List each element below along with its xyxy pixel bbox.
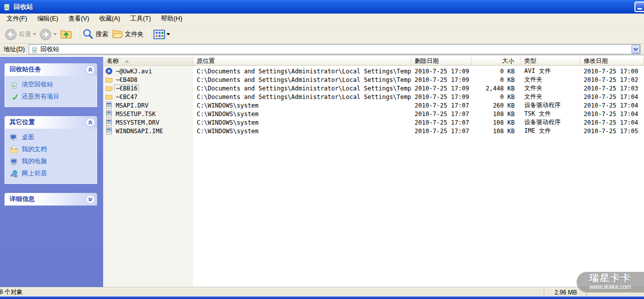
cell-modified: 2010-7-25 17:03 [580, 85, 644, 92]
cell-size: 0 KB [471, 76, 521, 83]
watermark-url: www.ikaka.com [577, 284, 644, 290]
cell-size: 2,448 KB [471, 85, 521, 92]
task-label: 还原所有项目 [22, 92, 59, 101]
column-header-1[interactable]: 原位置 [193, 57, 411, 66]
menu-item-0[interactable]: 文件(F) [2, 14, 32, 24]
list-row[interactable]: ~€B4D8C:\Documents and Settings\Administ… [103, 75, 644, 84]
cell-name: MSSYSTEM.DRV [103, 119, 193, 126]
column-header-2[interactable]: 删除日期 [411, 57, 471, 66]
forward-button[interactable] [38, 26, 58, 43]
cell-name: ~€BC47 [103, 93, 193, 101]
menu-item-5[interactable]: 帮助(H) [156, 14, 187, 24]
list-row[interactable]: WINDNSAPI.IMEC:\WINDOWS\system2010-7-25 … [103, 127, 644, 135]
cell-deleted: 2010-7-25 17:07 [411, 102, 471, 109]
cell-type: TSK 文件 [521, 110, 580, 118]
toolbar-separator [148, 27, 149, 41]
cell-size: 108 KB [471, 128, 521, 135]
views-dropdown-caret-icon[interactable] [167, 33, 170, 36]
system-file-icon [105, 119, 113, 126]
file-name: MSSETUP.TSK [115, 111, 156, 118]
list-row[interactable]: ~€BC47C:\Documents and Settings\Administ… [103, 92, 644, 101]
task-label: 我的电脑 [22, 157, 47, 166]
sidebar-item-清空回收站[interactable]: 清空回收站 [10, 80, 95, 89]
folders-icon [111, 28, 123, 40]
back-button[interactable]: 后退 [3, 26, 38, 43]
column-header-4[interactable]: 类型 [521, 57, 580, 66]
address-dropdown-button[interactable] [631, 45, 640, 54]
cell-name: WINDNSAPI.IME [103, 127, 193, 135]
folders-label: 文件夹 [125, 30, 144, 39]
panel-header-recycle-bin-tasks[interactable]: 回收站任务 [5, 63, 97, 76]
list-row[interactable]: MSSETUP.TSKC:\WINDOWS\system2010-7-25 17… [103, 110, 644, 118]
column-header-label: 大小 [502, 57, 514, 65]
sidebar-item-我的文档[interactable]: 我的文档 [10, 145, 95, 154]
column-header-label: 类型 [524, 57, 536, 65]
toolbar-separator [77, 27, 77, 41]
up-button[interactable] [58, 26, 74, 43]
cell-type: 设备驱动程序 [521, 101, 580, 110]
minimize-icon [637, 8, 642, 10]
column-header-5[interactable]: 修改日期 [580, 57, 644, 66]
column-header-label: 删除日期 [415, 57, 439, 65]
column-header-label: 原位置 [197, 57, 215, 65]
cell-deleted: 2010-7-25 17:07 [411, 128, 471, 135]
views-button[interactable] [152, 26, 172, 43]
file-name: WINDNSAPI.IME [115, 128, 164, 135]
forward-icon [39, 28, 52, 41]
menu-item-3[interactable]: 收藏(A) [94, 14, 125, 24]
empty-recycle-bin-icon [10, 81, 18, 89]
cell-name: ~€BB16 [103, 84, 193, 92]
address-value: 回收站 [40, 45, 631, 54]
file-name: ~€BB16 [115, 85, 138, 92]
address-combo[interactable]: 回收站 [29, 44, 640, 54]
system-file-icon [105, 127, 113, 135]
sort-ascending-icon [125, 60, 129, 63]
menu-item-4[interactable]: 工具(T) [125, 14, 156, 24]
cell-deleted: 2010-7-25 17:07 [411, 111, 471, 118]
forward-dropdown-caret-icon[interactable] [53, 33, 57, 36]
chevron-down-icon[interactable] [86, 194, 95, 204]
sidebar-item-我的电脑[interactable]: 我的电脑 [10, 157, 95, 166]
cell-name: ~@UwKJ.avi [103, 67, 193, 75]
menu-item-2[interactable]: 查看(V) [63, 14, 95, 24]
chevron-up-icon[interactable] [86, 65, 95, 74]
restore-items-icon [10, 93, 18, 101]
cell-location: C:\WINDOWS\system [193, 119, 411, 126]
window-title: 回收站 [14, 3, 33, 12]
list-row[interactable]: MSAPI.DRVC:\WINDOWS\system2010-7-25 17:0… [103, 101, 644, 110]
column-header-3[interactable]: 大小 [471, 57, 521, 66]
panel-header-other-places[interactable]: 其它位置 [5, 116, 97, 129]
chevron-up-icon[interactable] [86, 118, 95, 127]
column-header-0[interactable]: 名称 [103, 57, 193, 66]
panel-body-other-places: 桌面我的文档我的电脑网上邻居 [5, 129, 97, 184]
cell-deleted: 2010-7-25 17:09 [411, 85, 471, 92]
panel-title: 回收站任务 [10, 65, 86, 74]
file-name: MSSYSTEM.DRV [115, 119, 160, 126]
sidebar-item-桌面[interactable]: 桌面 [10, 133, 95, 142]
folders-button[interactable]: 文件夹 [110, 26, 145, 43]
back-label: 后退 [19, 30, 31, 39]
media-file-icon [105, 67, 113, 75]
list-row[interactable]: ~@UwKJ.aviC:\Documents and Settings\Admi… [103, 67, 644, 75]
sidebar-item-还原所有项目[interactable]: 还原所有项目 [10, 92, 95, 101]
back-icon [5, 28, 17, 41]
menu-item-1[interactable]: 编辑(E) [32, 14, 63, 24]
cell-modified: 2010-7-25 17:04 [580, 111, 644, 118]
cell-deleted: 2010-7-25 17:07 [411, 119, 471, 126]
cell-modified: 2010-7-25 17:05 [580, 128, 644, 135]
cell-location: C:\WINDOWS\system [193, 111, 411, 118]
minimize-button[interactable] [634, 2, 644, 12]
column-header-label: 名称 [107, 57, 119, 65]
sidebar: 回收站任务清空回收站还原所有项目其它位置桌面我的文档我的电脑网上邻居详细信息 [0, 57, 103, 287]
list-body: ~@UwKJ.aviC:\Documents and Settings\Admi… [103, 66, 644, 135]
list-row[interactable]: MSSYSTEM.DRVC:\WINDOWS\system2010-7-25 1… [103, 118, 644, 127]
file-name: ~€B4D8 [115, 76, 138, 83]
cell-size: 260 KB [471, 102, 521, 109]
back-dropdown-caret-icon[interactable] [33, 33, 36, 36]
list-row[interactable]: ~€BB16C:\Documents and Settings\Administ… [103, 84, 644, 92]
sidebar-item-网上邻居[interactable]: 网上邻居 [10, 169, 95, 178]
task-label: 我的文档 [22, 145, 47, 154]
search-button[interactable]: 搜索 [80, 26, 110, 43]
system-file-icon [105, 102, 113, 109]
panel-header-details[interactable]: 详细信息 [5, 193, 97, 206]
